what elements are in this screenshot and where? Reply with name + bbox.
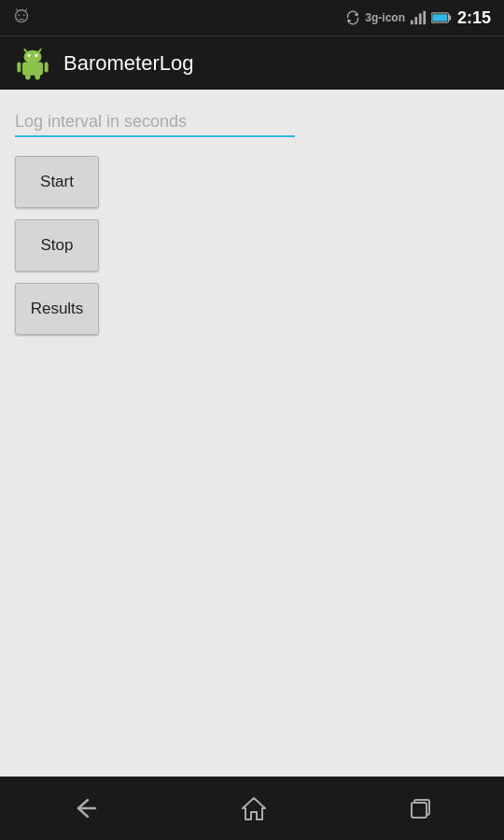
nav-bar — [0, 777, 504, 840]
svg-rect-6 — [411, 21, 413, 25]
signal-icon — [410, 10, 427, 25]
svg-rect-7 — [414, 17, 417, 24]
svg-rect-9 — [423, 11, 426, 24]
nav-recents-button[interactable] — [381, 787, 461, 830]
app-title: BarometerLog — [63, 51, 193, 76]
svg-point-15 — [24, 49, 42, 63]
svg-point-0 — [16, 10, 28, 22]
svg-marker-24 — [243, 798, 265, 819]
svg-rect-19 — [17, 62, 21, 72]
svg-rect-11 — [449, 15, 452, 20]
notification-icon — [11, 7, 32, 28]
svg-rect-12 — [432, 14, 447, 21]
home-icon — [241, 795, 267, 821]
battery-icon — [431, 11, 452, 24]
status-time: 2:15 — [457, 8, 491, 28]
status-bar-right: 3g-icon 2:15 — [345, 8, 491, 28]
nav-back-button[interactable] — [43, 788, 127, 829]
svg-rect-22 — [35, 74, 40, 79]
status-bar: 3g-icon 2:15 — [0, 0, 504, 35]
app-bar: BarometerLog — [0, 35, 504, 90]
log-interval-input[interactable] — [15, 108, 295, 137]
svg-rect-18 — [22, 62, 43, 75]
start-button[interactable]: Start — [15, 156, 99, 208]
svg-rect-20 — [45, 62, 49, 72]
svg-rect-8 — [419, 14, 422, 25]
stop-button[interactable]: Stop — [15, 219, 99, 272]
network-type: 3g-icon — [365, 11, 405, 24]
nav-home-button[interactable] — [213, 786, 295, 831]
svg-point-1 — [18, 14, 20, 16]
svg-rect-26 — [412, 803, 427, 818]
svg-rect-21 — [25, 74, 31, 79]
input-container — [15, 108, 489, 137]
svg-marker-4 — [355, 13, 358, 17]
main-content: Start Stop Results — [0, 90, 504, 777]
svg-point-17 — [35, 53, 37, 56]
recents-icon — [409, 796, 433, 820]
svg-marker-5 — [348, 19, 352, 22]
rotate-icon — [345, 10, 360, 25]
back-icon — [71, 797, 99, 819]
svg-point-16 — [27, 53, 30, 56]
app-icon — [15, 46, 50, 81]
svg-point-2 — [23, 14, 25, 16]
results-button[interactable]: Results — [15, 283, 99, 335]
